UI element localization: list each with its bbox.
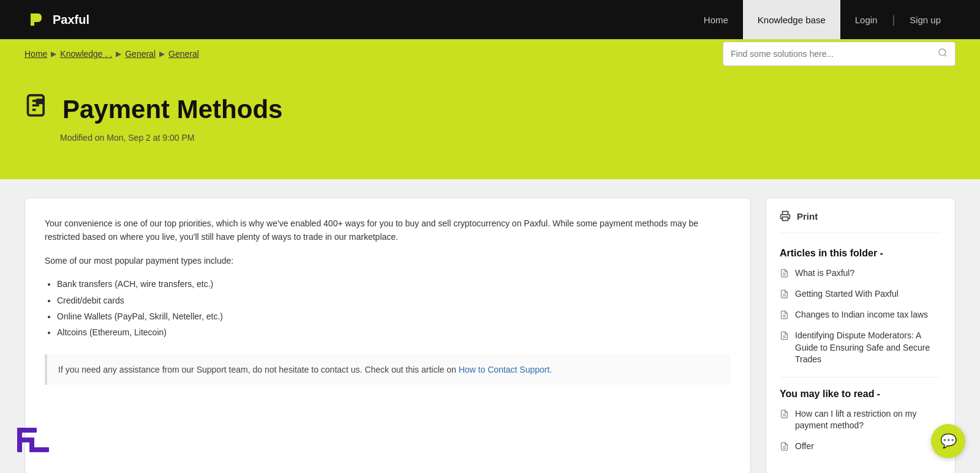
print-icon xyxy=(780,210,791,222)
print-label: Print xyxy=(797,211,818,222)
nav-auth: Login | Sign up xyxy=(840,0,956,39)
hero-section: Payment Methods Modified on Mon, Sep 2 a… xyxy=(0,69,980,179)
chat-button[interactable]: 💬 xyxy=(931,424,965,458)
breadcrumb-home[interactable]: Home xyxy=(24,49,47,59)
list-item: Credit/debit cards xyxy=(57,294,731,307)
sidebar-related-1[interactable]: How can I lift a restriction on my payme… xyxy=(780,408,941,432)
article-doc-icon-3 xyxy=(780,310,789,321)
articles-folder-title: Articles in this folder - xyxy=(780,248,941,259)
article-doc-icon-1 xyxy=(780,269,789,280)
list-item: Bank transfers (ACH, wire transfers, etc… xyxy=(57,277,731,291)
note-link[interactable]: How to Contact Support. xyxy=(459,365,552,374)
sidebar-article-3[interactable]: Changes to Indian income tax laws xyxy=(780,309,941,321)
related-title: You may like to read - xyxy=(780,389,941,400)
sidebar-divider xyxy=(780,377,941,378)
svg-rect-6 xyxy=(36,99,45,104)
article-body: Your convenience is one of our top prior… xyxy=(24,198,751,473)
sidebar-article-4[interactable]: Identifying Dispute Moderators: A Guide … xyxy=(780,330,941,366)
nav-signup[interactable]: Sign up xyxy=(895,0,956,39)
document-icon xyxy=(24,93,51,120)
nav-home[interactable]: Home xyxy=(689,0,743,39)
logo-text: Paxful xyxy=(53,13,89,27)
main-nav: Home Knowledge base Login | Sign up xyxy=(689,0,956,39)
breadcrumb-general-1[interactable]: General xyxy=(125,49,156,59)
sidebar-article-2[interactable]: Getting Started With Paxful xyxy=(780,288,941,300)
related-doc-icon-2 xyxy=(780,442,789,453)
sidebar-article-text-4: Identifying Dispute Moderators: A Guide … xyxy=(795,330,941,366)
svg-rect-24 xyxy=(32,447,49,452)
page-title: Payment Methods xyxy=(62,95,282,124)
svg-rect-21 xyxy=(17,428,37,433)
sidebar: Print Articles in this folder - What is … xyxy=(766,198,956,473)
article-doc-icon-4 xyxy=(780,331,789,342)
search-icon xyxy=(938,48,948,58)
breadcrumb-general-2[interactable]: General xyxy=(168,49,199,59)
breadcrumb-bar: Home ▶ Knowledge . . ▶ General ▶ General xyxy=(0,39,980,69)
breadcrumb-sep-3: ▶ xyxy=(159,50,165,58)
breadcrumb: Home ▶ Knowledge . . ▶ General ▶ General xyxy=(24,49,199,59)
related-doc-icon-1 xyxy=(780,409,789,420)
sidebar-related-2[interactable]: Offer xyxy=(780,441,941,453)
sidebar-article-text-1: What is Paxful? xyxy=(795,267,854,280)
paxful-logo-icon xyxy=(24,9,47,31)
list-item: Altcoins (Ethereum, Litecoin) xyxy=(57,326,731,339)
breadcrumb-sep-1: ▶ xyxy=(51,50,56,58)
chat-icon: 💬 xyxy=(940,433,957,449)
list-item: Online Wallets (PayPal, Skrill, Neteller… xyxy=(57,310,731,323)
article-popular-intro: Some of our most popular payment types i… xyxy=(45,254,731,267)
logo[interactable]: Paxful xyxy=(24,9,89,31)
article-list: Bank transfers (ACH, wire transfers, etc… xyxy=(57,277,731,340)
main-content: Your convenience is one of our top prior… xyxy=(0,179,980,473)
svg-rect-7 xyxy=(783,217,788,221)
sidebar-article-1[interactable]: What is Paxful? xyxy=(780,267,941,280)
sidebar-related-text-2: Offer xyxy=(795,441,814,453)
nav-knowledge-base[interactable]: Knowledge base xyxy=(743,0,840,39)
hero-title-row: Payment Methods xyxy=(24,93,956,125)
sidebar-article-text-2: Getting Started With Paxful xyxy=(795,288,899,300)
article-doc-icon-2 xyxy=(780,289,789,300)
header: Paxful Home Knowledge base Login | Sign … xyxy=(0,0,980,39)
sidebar-related-text-1: How can I lift a restriction on my payme… xyxy=(795,408,941,432)
article-icon xyxy=(24,93,51,125)
article-note: If you need any assistance from our Supp… xyxy=(45,354,731,385)
svg-line-1 xyxy=(944,54,946,56)
bottom-left-logo xyxy=(15,422,51,458)
modified-date: Modified on Mon, Sep 2 at 9:00 PM xyxy=(60,133,956,143)
search-container xyxy=(723,42,956,66)
sidebar-article-text-3: Changes to Indian income tax laws xyxy=(795,309,928,321)
breadcrumb-sep-2: ▶ xyxy=(116,50,121,58)
search-input[interactable] xyxy=(731,49,938,59)
note-text: If you need any assistance from our Supp… xyxy=(58,365,459,374)
breadcrumb-knowledge[interactable]: Knowledge . . xyxy=(60,49,112,59)
search-button[interactable] xyxy=(938,48,948,60)
nav-login[interactable]: Login xyxy=(840,0,892,39)
article-intro: Your convenience is one of our top prior… xyxy=(45,217,731,244)
print-button[interactable]: Print xyxy=(780,210,941,233)
svg-point-0 xyxy=(939,49,946,56)
